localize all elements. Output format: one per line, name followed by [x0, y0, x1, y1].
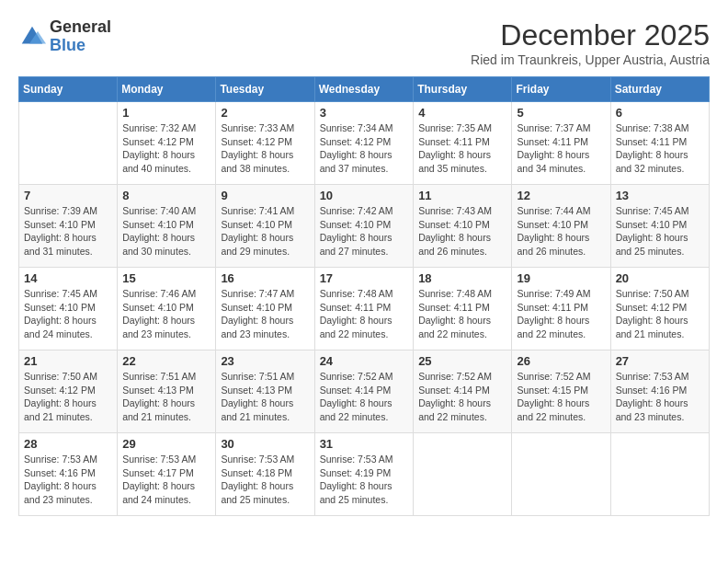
- calendar-cell: 20Sunrise: 7:50 AM Sunset: 4:12 PM Dayli…: [610, 268, 709, 350]
- day-info: Sunrise: 7:40 AM Sunset: 4:10 PM Dayligh…: [122, 204, 210, 259]
- calendar-cell: 4Sunrise: 7:35 AM Sunset: 4:11 PM Daylig…: [414, 102, 512, 185]
- day-number: 6: [616, 106, 704, 120]
- calendar-cell: 16Sunrise: 7:47 AM Sunset: 4:10 PM Dayli…: [216, 268, 314, 350]
- calendar-cell: 2Sunrise: 7:33 AM Sunset: 4:12 PM Daylig…: [216, 102, 314, 185]
- calendar-cell: 12Sunrise: 7:44 AM Sunset: 4:10 PM Dayli…: [512, 185, 610, 268]
- calendar: SundayMondayTuesdayWednesdayThursdayFrid…: [18, 76, 710, 516]
- day-number: 11: [418, 189, 506, 202]
- calendar-header-row: SundayMondayTuesdayWednesdayThursdayFrid…: [19, 77, 710, 102]
- calendar-cell: 31Sunrise: 7:53 AM Sunset: 4:19 PM Dayli…: [314, 433, 414, 516]
- calendar-cell: 5Sunrise: 7:37 AM Sunset: 4:11 PM Daylig…: [512, 102, 610, 185]
- day-info: Sunrise: 7:48 AM Sunset: 4:11 PM Dayligh…: [418, 287, 506, 341]
- column-header-thursday: Thursday: [414, 77, 512, 102]
- day-info: Sunrise: 7:35 AM Sunset: 4:11 PM Dayligh…: [418, 121, 506, 176]
- day-info: Sunrise: 7:49 AM Sunset: 4:11 PM Dayligh…: [517, 287, 605, 341]
- day-info: Sunrise: 7:53 AM Sunset: 4:19 PM Dayligh…: [320, 453, 409, 507]
- day-info: Sunrise: 7:41 AM Sunset: 4:10 PM Dayligh…: [221, 204, 309, 259]
- calendar-week-5: 28Sunrise: 7:53 AM Sunset: 4:16 PM Dayli…: [19, 433, 710, 516]
- day-info: Sunrise: 7:51 AM Sunset: 4:13 PM Dayligh…: [122, 370, 210, 424]
- day-info: Sunrise: 7:47 AM Sunset: 4:10 PM Dayligh…: [221, 287, 309, 341]
- calendar-cell: [610, 433, 709, 516]
- day-info: Sunrise: 7:50 AM Sunset: 4:12 PM Dayligh…: [616, 287, 704, 341]
- logo-blue-text: Blue: [50, 37, 111, 55]
- day-info: Sunrise: 7:53 AM Sunset: 4:16 PM Dayligh…: [616, 370, 704, 424]
- calendar-week-1: 1Sunrise: 7:32 AM Sunset: 4:12 PM Daylig…: [19, 102, 710, 185]
- calendar-cell: 29Sunrise: 7:53 AM Sunset: 4:17 PM Dayli…: [118, 433, 216, 516]
- day-info: Sunrise: 7:42 AM Sunset: 4:10 PM Dayligh…: [320, 204, 409, 259]
- day-number: 12: [517, 189, 605, 202]
- day-number: 25: [418, 354, 506, 368]
- logo-icon: [18, 23, 46, 51]
- day-info: Sunrise: 7:53 AM Sunset: 4:18 PM Dayligh…: [221, 453, 309, 507]
- day-info: Sunrise: 7:43 AM Sunset: 4:10 PM Dayligh…: [418, 204, 506, 259]
- calendar-cell: 18Sunrise: 7:48 AM Sunset: 4:11 PM Dayli…: [414, 268, 512, 350]
- column-header-monday: Monday: [118, 77, 216, 102]
- day-number: 20: [616, 271, 704, 285]
- day-info: Sunrise: 7:38 AM Sunset: 4:11 PM Dayligh…: [616, 121, 704, 176]
- calendar-cell: 23Sunrise: 7:51 AM Sunset: 4:13 PM Dayli…: [216, 350, 314, 433]
- calendar-cell: 6Sunrise: 7:38 AM Sunset: 4:11 PM Daylig…: [610, 102, 709, 185]
- title-section: December 2025 Ried im Traunkreis, Upper …: [471, 18, 710, 67]
- calendar-cell: 17Sunrise: 7:48 AM Sunset: 4:11 PM Dayli…: [314, 268, 414, 350]
- day-number: 29: [122, 437, 210, 451]
- logo: General Blue: [18, 18, 111, 55]
- column-header-sunday: Sunday: [19, 77, 118, 102]
- calendar-cell: 9Sunrise: 7:41 AM Sunset: 4:10 PM Daylig…: [216, 185, 314, 268]
- day-number: 9: [221, 189, 309, 202]
- day-info: Sunrise: 7:37 AM Sunset: 4:11 PM Dayligh…: [517, 121, 605, 176]
- day-info: Sunrise: 7:33 AM Sunset: 4:12 PM Dayligh…: [221, 121, 309, 176]
- month-title: December 2025: [471, 18, 710, 52]
- day-number: 3: [320, 106, 409, 120]
- calendar-cell: [512, 433, 610, 516]
- calendar-cell: 24Sunrise: 7:52 AM Sunset: 4:14 PM Dayli…: [314, 350, 414, 433]
- column-header-friday: Friday: [512, 77, 610, 102]
- day-info: Sunrise: 7:44 AM Sunset: 4:10 PM Dayligh…: [517, 204, 605, 259]
- calendar-cell: 19Sunrise: 7:49 AM Sunset: 4:11 PM Dayli…: [512, 268, 610, 350]
- day-info: Sunrise: 7:32 AM Sunset: 4:12 PM Dayligh…: [122, 121, 210, 176]
- day-number: 1: [122, 106, 210, 120]
- day-info: Sunrise: 7:34 AM Sunset: 4:12 PM Dayligh…: [320, 121, 409, 176]
- calendar-cell: 27Sunrise: 7:53 AM Sunset: 4:16 PM Dayli…: [610, 350, 709, 433]
- day-number: 21: [24, 354, 112, 368]
- day-number: 31: [320, 437, 409, 451]
- calendar-cell: 13Sunrise: 7:45 AM Sunset: 4:10 PM Dayli…: [610, 185, 709, 268]
- day-info: Sunrise: 7:48 AM Sunset: 4:11 PM Dayligh…: [320, 287, 409, 341]
- day-info: Sunrise: 7:53 AM Sunset: 4:16 PM Dayligh…: [24, 453, 112, 507]
- calendar-cell: 14Sunrise: 7:45 AM Sunset: 4:10 PM Dayli…: [19, 268, 118, 350]
- day-number: 28: [24, 437, 112, 451]
- day-number: 22: [122, 354, 210, 368]
- day-number: 16: [221, 271, 309, 285]
- day-number: 18: [418, 271, 506, 285]
- day-number: 14: [24, 271, 112, 285]
- header: General Blue December 2025 Ried im Traun…: [18, 18, 710, 67]
- day-number: 26: [517, 354, 605, 368]
- day-number: 4: [418, 106, 506, 120]
- day-number: 15: [122, 271, 210, 285]
- day-info: Sunrise: 7:45 AM Sunset: 4:10 PM Dayligh…: [616, 204, 704, 259]
- logo-general-text: General: [50, 18, 111, 37]
- day-number: 24: [320, 354, 409, 368]
- day-number: 19: [517, 271, 605, 285]
- day-number: 7: [24, 189, 112, 202]
- day-number: 10: [320, 189, 409, 202]
- calendar-cell: 22Sunrise: 7:51 AM Sunset: 4:13 PM Dayli…: [118, 350, 216, 433]
- day-info: Sunrise: 7:53 AM Sunset: 4:17 PM Dayligh…: [122, 453, 210, 507]
- day-info: Sunrise: 7:46 AM Sunset: 4:10 PM Dayligh…: [122, 287, 210, 341]
- calendar-cell: [414, 433, 512, 516]
- day-number: 5: [517, 106, 605, 120]
- calendar-body: 1Sunrise: 7:32 AM Sunset: 4:12 PM Daylig…: [19, 102, 710, 516]
- calendar-cell: 7Sunrise: 7:39 AM Sunset: 4:10 PM Daylig…: [19, 185, 118, 268]
- calendar-cell: [19, 102, 118, 185]
- subtitle: Ried im Traunkreis, Upper Austria, Austr…: [471, 52, 710, 67]
- column-header-tuesday: Tuesday: [216, 77, 314, 102]
- day-info: Sunrise: 7:39 AM Sunset: 4:10 PM Dayligh…: [24, 204, 112, 259]
- column-header-saturday: Saturday: [610, 77, 709, 102]
- day-number: 17: [320, 271, 409, 285]
- day-number: 27: [616, 354, 704, 368]
- calendar-week-2: 7Sunrise: 7:39 AM Sunset: 4:10 PM Daylig…: [19, 185, 710, 268]
- day-info: Sunrise: 7:51 AM Sunset: 4:13 PM Dayligh…: [221, 370, 309, 424]
- calendar-cell: 25Sunrise: 7:52 AM Sunset: 4:14 PM Dayli…: [414, 350, 512, 433]
- day-info: Sunrise: 7:52 AM Sunset: 4:14 PM Dayligh…: [418, 370, 506, 424]
- day-number: 23: [221, 354, 309, 368]
- calendar-cell: 10Sunrise: 7:42 AM Sunset: 4:10 PM Dayli…: [314, 185, 414, 268]
